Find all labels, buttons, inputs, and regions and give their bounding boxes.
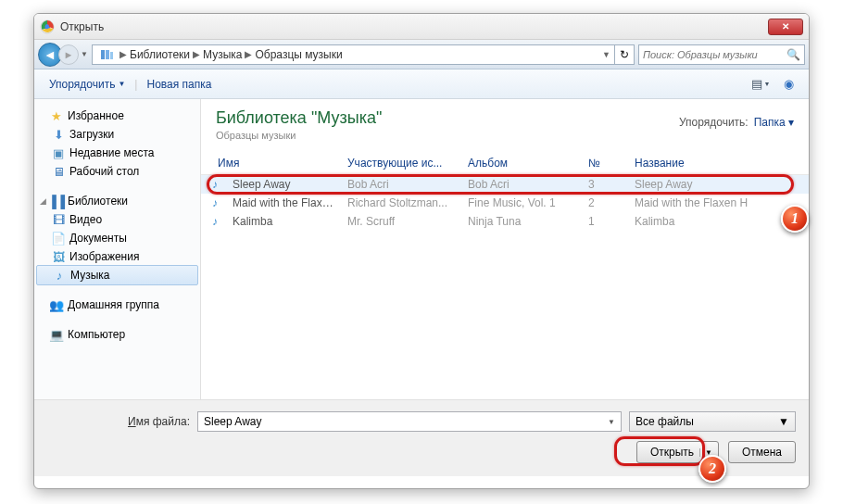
filetype-dropdown[interactable]: Все файлы▼ — [629, 411, 796, 432]
breadcrumb-music[interactable]: Музыка — [203, 48, 242, 61]
col-artist[interactable]: Участвующие ис... — [342, 154, 462, 172]
sidebar-documents[interactable]: 📄Документы — [34, 229, 200, 247]
libraries-icon — [99, 47, 114, 62]
badge-2: 2 — [698, 455, 726, 483]
sidebar-music[interactable]: ♪Музыка — [36, 265, 198, 285]
col-album[interactable]: Альбом — [462, 154, 583, 172]
window-title: Открыть — [60, 20, 768, 33]
file-row[interactable]: ♪ Maid with the Flaxe... Richard Stoltzm… — [201, 194, 809, 212]
document-icon: 📄 — [51, 231, 66, 246]
filename-input[interactable]: Sleep Away▼ — [197, 411, 622, 432]
chevron-down-icon[interactable]: ▼ — [602, 50, 610, 59]
sort-control: Упорядочить: Папка ▾ — [679, 116, 794, 129]
sidebar-images[interactable]: 🖼Изображения — [34, 247, 200, 266]
chevron-right-icon[interactable]: ▶ — [120, 49, 127, 59]
chevron-right-icon[interactable]: ▶ — [193, 49, 200, 59]
bottom-panel: Имя файла: Sleep Away▼ Все файлы▼ Открыт… — [34, 399, 809, 476]
desktop-icon: 🖥 — [51, 164, 66, 179]
column-headers: Имя Участвующие ис... Альбом № Название — [201, 150, 809, 175]
sidebar: ★Избранное ⬇Загрузки ▣Недавние места 🖥Ра… — [34, 99, 201, 399]
image-icon: 🖼 — [51, 249, 66, 264]
organize-button[interactable]: Упорядочить▼ — [44, 74, 131, 94]
sidebar-libraries[interactable]: ◢▐▐Библиотеки — [34, 192, 200, 210]
col-name[interactable]: Имя — [212, 154, 342, 172]
sidebar-computer[interactable]: 💻Компьютер — [34, 325, 200, 344]
sidebar-downloads[interactable]: ⬇Загрузки — [34, 125, 200, 144]
library-title: Библиотека "Музыка" — [216, 108, 382, 128]
download-icon: ⬇ — [51, 127, 66, 142]
main-panel: Библиотека "Музыка" Образцы музыки Упоря… — [201, 99, 809, 399]
badge-1: 1 — [781, 205, 809, 233]
nav-history-dropdown[interactable]: ▼ — [79, 43, 90, 67]
svg-rect-2 — [101, 50, 105, 59]
svg-rect-3 — [106, 50, 109, 59]
nav-forward-button: ► — [58, 44, 79, 65]
chrome-icon — [40, 19, 55, 34]
new-folder-button[interactable]: Новая папка — [141, 74, 217, 94]
library-subtitle: Образцы музыки — [216, 130, 382, 141]
music-file-icon: ♪ — [212, 178, 227, 191]
titlebar: Открыть ✕ — [34, 14, 809, 40]
search-box[interactable]: 🔍 — [638, 44, 805, 65]
file-dialog: Открыть ✕ ◄ ► ▼ ▶ Библиотеки ▶ Музыка ▶ … — [33, 13, 810, 489]
file-row[interactable]: ♪ Sleep Away Bob Acri Bob Acri 3 Sleep A… — [201, 175, 809, 194]
col-number[interactable]: № — [583, 154, 629, 172]
sidebar-video[interactable]: 🎞Видео — [34, 210, 200, 229]
star-icon: ★ — [49, 108, 64, 123]
filename-label: Имя файла: — [47, 415, 190, 428]
search-icon: 🔍 — [786, 48, 800, 61]
chevron-down-icon: ▼ — [778, 415, 789, 428]
sidebar-desktop[interactable]: 🖥Рабочий стол — [34, 162, 200, 181]
navbar: ◄ ► ▼ ▶ Библиотеки ▶ Музыка ▶ Образцы му… — [34, 40, 809, 69]
search-input[interactable] — [643, 49, 786, 60]
video-icon: 🎞 — [51, 212, 66, 227]
cancel-button[interactable]: Отмена — [728, 441, 796, 463]
chevron-down-icon[interactable]: ▼ — [608, 418, 615, 426]
view-options-button[interactable]: ▤▼ — [749, 74, 772, 94]
file-row[interactable]: ♪ Kalimba Mr. Scruff Ninja Tuna 1 Kalimb… — [201, 212, 809, 231]
computer-icon: 💻 — [49, 327, 64, 342]
toolbar: Упорядочить▼ | Новая папка ▤▼ ◉ — [34, 69, 809, 99]
music-file-icon: ♪ — [212, 196, 227, 209]
svg-rect-4 — [110, 52, 113, 59]
homegroup-icon: 👥 — [49, 297, 64, 312]
music-file-icon: ♪ — [212, 215, 227, 228]
chevron-right-icon[interactable]: ▶ — [245, 49, 252, 59]
chevron-down-icon: ▼ — [118, 80, 125, 88]
col-title[interactable]: Название — [629, 154, 798, 172]
close-button[interactable]: ✕ — [768, 19, 803, 35]
recent-icon: ▣ — [51, 145, 66, 160]
music-icon: ♪ — [52, 268, 67, 283]
sidebar-homegroup[interactable]: 👥Домашняя группа — [34, 296, 200, 314]
breadcrumb-libraries[interactable]: Библиотеки — [130, 48, 190, 61]
refresh-button[interactable]: ↻ — [614, 44, 635, 65]
sidebar-recent[interactable]: ▣Недавние места — [34, 144, 200, 162]
breadcrumb[interactable]: ▶ Библиотеки ▶ Музыка ▶ Образцы музыки ▼ — [92, 44, 615, 65]
sort-dropdown[interactable]: Папка ▾ — [754, 116, 794, 129]
breadcrumb-samples[interactable]: Образцы музыки — [255, 48, 342, 61]
sidebar-favorites[interactable]: ★Избранное — [34, 107, 200, 125]
libraries-icon: ▐▐ — [49, 194, 64, 208]
help-button[interactable]: ◉ — [777, 74, 799, 94]
